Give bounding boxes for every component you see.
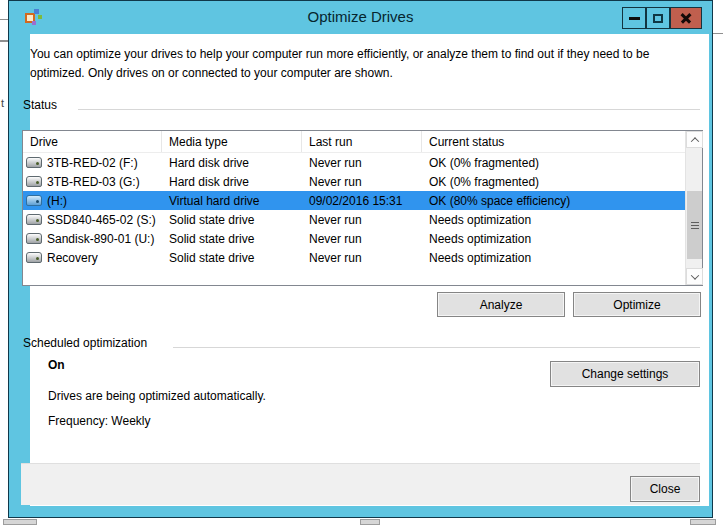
column-header-drive[interactable]: Drive (23, 131, 162, 152)
table-row[interactable]: Recovery Solid state drive Never run Nee… (23, 248, 685, 267)
dialog-footer (21, 463, 700, 505)
drive-icon (26, 252, 42, 263)
drive-name: SSD840-465-02 (S:) (47, 213, 156, 227)
maximize-icon (653, 14, 663, 23)
column-header-current-status[interactable]: Current status (422, 131, 685, 152)
media-type: Hard disk drive (162, 175, 302, 189)
background-window-edge (713, 33, 723, 34)
current-status: OK (80% space efficiency) (422, 194, 685, 208)
table-row[interactable]: 3TB-RED-03 (G:) Hard disk drive Never ru… (23, 172, 685, 191)
maximize-button[interactable] (646, 7, 670, 29)
scroll-down-button[interactable] (686, 268, 703, 285)
background-window-edge (0, 40, 8, 42)
last-run: Never run (302, 156, 422, 170)
drive-name: (H:) (47, 194, 67, 208)
change-settings-button[interactable]: Change settings (550, 361, 700, 387)
media-type: Solid state drive (162, 213, 302, 227)
group-separator (78, 109, 700, 110)
background-window-fragment (3, 519, 37, 525)
titlebar[interactable]: Optimize Drives (9, 1, 712, 33)
close-button[interactable]: Close (630, 476, 700, 502)
scheduled-description: Drives are being optimized automatically… (48, 389, 266, 403)
background-window-edge (0, 19, 8, 20)
table-row[interactable]: SSD840-465-02 (S:) Solid state drive Nev… (23, 210, 685, 229)
current-status: Needs optimization (422, 251, 685, 265)
background-window-fragment (690, 519, 716, 525)
scheduled-state: On (48, 358, 65, 372)
media-type: Hard disk drive (162, 156, 302, 170)
last-run: Never run (302, 175, 422, 189)
background-window-fragment (360, 519, 380, 525)
column-header-media-type[interactable]: Media type (162, 131, 302, 152)
status-group-label: Status (23, 98, 57, 112)
scrollbar-thumb[interactable] (687, 191, 702, 259)
group-separator (173, 347, 700, 348)
scroll-up-button[interactable] (686, 131, 703, 148)
last-run: Never run (302, 213, 422, 227)
virtual-drive-icon (26, 195, 42, 206)
table-row[interactable]: 3TB-RED-02 (F:) Hard disk drive Never ru… (23, 153, 685, 172)
drive-name: Recovery (47, 251, 98, 265)
dialog-description: You can optimize your drives to help you… (30, 45, 682, 83)
drive-icon (26, 233, 42, 244)
window-title: Optimize Drives (9, 8, 712, 25)
optimize-button[interactable]: Optimize (573, 292, 701, 317)
close-icon (679, 11, 693, 25)
drive-icon (26, 176, 42, 187)
table-row[interactable]: Sandisk-890-01 (U:) Solid state drive Ne… (23, 229, 685, 248)
media-type: Solid state drive (162, 251, 302, 265)
last-run: 09/02/2016 15:31 (302, 194, 422, 208)
drive-name: 3TB-RED-02 (F:) (47, 156, 138, 170)
minimize-button[interactable] (622, 7, 646, 29)
scrollbar-grip-icon (691, 222, 699, 229)
list-scrollbar[interactable] (685, 131, 702, 285)
media-type: Virtual hard drive (162, 194, 302, 208)
last-run: Never run (302, 251, 422, 265)
drive-list: Drive Media type Last run Current status… (22, 130, 703, 286)
drive-list-header: Drive Media type Last run Current status (23, 131, 702, 153)
last-run: Never run (302, 232, 422, 246)
media-type: Solid state drive (162, 232, 302, 246)
drive-name: Sandisk-890-01 (U:) (47, 232, 154, 246)
scheduled-group-label: Scheduled optimization (23, 336, 147, 350)
chevron-up-icon (690, 137, 698, 145)
scheduled-frequency: Frequency: Weekly (48, 414, 151, 428)
current-status: Needs optimization (422, 213, 685, 227)
current-status: OK (0% fragmented) (422, 175, 685, 189)
screen: t Optimize Drives You can optimize your … (0, 0, 723, 525)
minimize-icon (629, 17, 640, 20)
close-window-button[interactable] (670, 7, 702, 29)
current-status: Needs optimization (422, 232, 685, 246)
table-row-selected[interactable]: (H:) Virtual hard drive 09/02/2016 15:31… (23, 191, 685, 210)
drive-icon (26, 157, 42, 168)
background-stray-text: t (1, 97, 4, 109)
analyze-button[interactable]: Analyze (437, 292, 565, 317)
column-header-last-run[interactable]: Last run (302, 131, 422, 152)
chevron-down-icon (690, 271, 698, 279)
drive-icon (26, 214, 42, 225)
drive-name: 3TB-RED-03 (G:) (47, 175, 140, 189)
current-status: OK (0% fragmented) (422, 156, 685, 170)
